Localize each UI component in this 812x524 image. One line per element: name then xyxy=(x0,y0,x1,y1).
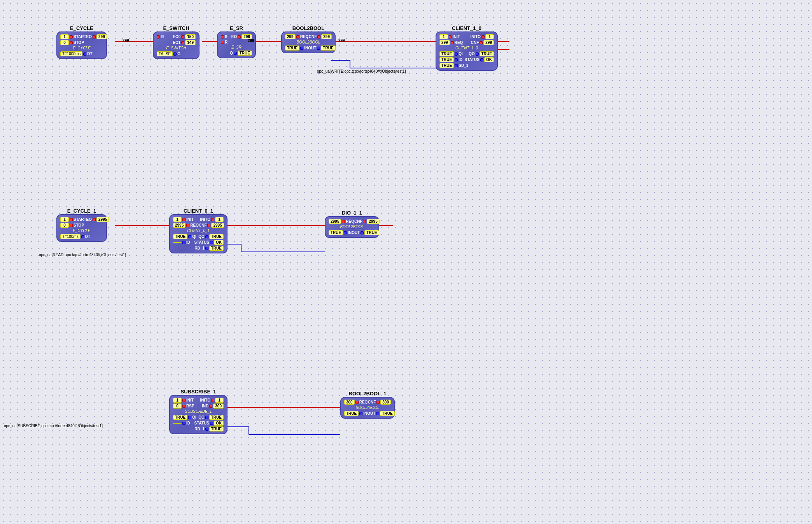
e-switch-body[interactable]: EI EO0 150 EO1 149 E_SWITCH FALSE G xyxy=(153,31,200,59)
e-cycle-1-eo-val: 2995 xyxy=(96,217,109,222)
dio-1-1-cnf-label: CNF xyxy=(354,219,362,224)
client-1-0-inito-label: INITO xyxy=(471,35,481,39)
client-1-0-status-port xyxy=(480,58,483,61)
client-1-0-sd1-val: TRUE xyxy=(439,63,454,68)
client-1-0-qo-port xyxy=(476,52,479,56)
dio-1-1-out-port xyxy=(360,231,364,234)
client-1-0-req-port xyxy=(451,41,454,44)
bool2bool-1-req-label: REQ xyxy=(359,400,368,404)
client-0-1-block: CLIENT_0_1 1 INIT INITO 1 2995 REQ CNF xyxy=(169,208,228,253)
client-1-0-body[interactable]: 1 INIT INITO 1 299 REQ CNF 299 CLIENT_1_ xyxy=(436,31,498,71)
bool2bool-instance: BOOL2BOOL xyxy=(296,40,320,44)
subscribe-1-init-label: INIT xyxy=(186,398,194,402)
bool2bool-1-cnf-val: 300 xyxy=(380,400,391,405)
client-0-1-req-label: REQ xyxy=(190,223,199,227)
client-1-0-instance: CLIENT_1_0 xyxy=(455,46,478,50)
subscribe-1-body[interactable]: 1 INIT INITO 1 0 RSP IND 300 SUBSCRIBE_1 xyxy=(169,395,228,434)
subscribe-1-status-port xyxy=(210,422,213,425)
client-1-0-id-label: ID xyxy=(458,58,462,62)
e-sr-r-port xyxy=(221,41,224,44)
client-0-1-cnf-val: 2995 xyxy=(211,223,224,228)
e-cycle-1-instance: E_CYCLE xyxy=(73,229,91,233)
e-cycle-stop-val: 0 xyxy=(60,40,69,45)
e-cycle-eo-port xyxy=(93,35,96,38)
e-cycle-dt-val: T#1000ms xyxy=(60,51,82,56)
client-0-1-cnf-port xyxy=(207,224,210,227)
dio-1-1-body[interactable]: 2995 REQ CNF 2995 BOOL2BOOL TRUE IN OUT … xyxy=(325,216,379,238)
subscribe-1-ind-port xyxy=(209,405,212,408)
client-0-1-inito-label: INITO xyxy=(200,217,210,222)
bool2bool-out-label: OUT xyxy=(308,46,316,50)
subscribe-1-qi-label: QI xyxy=(192,415,196,419)
subscribe-1-rd1-val: TRUE xyxy=(209,426,224,431)
subscribe-1-qo-label: QO xyxy=(198,415,205,419)
subscribe-1-qi-val: TRUE xyxy=(173,415,187,420)
e-cycle-dt-label: DT xyxy=(87,52,92,56)
client-0-1-rd1-val: TRUE xyxy=(209,246,224,251)
e-cycle-1-body[interactable]: 1 START EO 2995 0 STOP E_CYCLE T#100ms D… xyxy=(56,214,107,242)
subscribe-1-status-val: OK xyxy=(214,421,224,426)
subscribe-1-id-port xyxy=(182,422,186,425)
e-cycle-start-val: 1 xyxy=(60,34,69,39)
bool2bool-block: BOOL2BOOL 299 REQ CNF 299 BOOL2BOOL TRUE… xyxy=(281,25,336,53)
client-0-1-body[interactable]: 1 INIT INITO 1 2995 REQ CNF 2995 CLIENT_ xyxy=(169,214,228,253)
e-cycle-dt-port xyxy=(83,52,86,56)
e-sr-eo-label: EO xyxy=(231,35,237,39)
subscribe-1-qo-port xyxy=(205,416,208,419)
e-switch-g-val: FALSE xyxy=(157,51,173,56)
client-1-0-init-label: INIT xyxy=(453,35,460,39)
dio-1-1-cnf-val: 2995 xyxy=(367,219,379,224)
client-1-0-cnf-port xyxy=(480,41,483,44)
client-0-1-status-val: OK xyxy=(214,240,224,245)
bool2bool-1-block: BOOL2BOOL_1 300 REQ CNF 300 BOOL2BOOL TR… xyxy=(340,391,395,419)
subscribe-1-instance: SUBSCRIBE_1 xyxy=(185,409,212,414)
client-1-0-qi-val: TRUE xyxy=(439,51,454,56)
e-cycle-1-dt-val: T#100ms xyxy=(60,234,80,239)
dio-1-1-title: DIO_1_1 xyxy=(342,210,362,216)
bool2bool-1-out-val: TRUE xyxy=(380,411,394,416)
subscribe-1-qi-port xyxy=(188,416,191,419)
e-cycle-start-port xyxy=(70,35,73,38)
bool2bool-1-body[interactable]: 300 REQ CNF 300 BOOL2BOOL TRUE IN OUT TR… xyxy=(340,397,395,419)
client-1-0-init-val: 1 xyxy=(439,34,448,39)
dio-1-1-block: DIO_1_1 2995 REQ CNF 2995 BOOL2BOOL TRUE… xyxy=(325,210,379,238)
client-0-1-qi-port xyxy=(188,235,191,238)
client-1-0-qo-label: QO xyxy=(469,52,475,56)
subscribe-1-rsp-val: 0 xyxy=(173,403,182,409)
client-0-1-qo-val: TRUE xyxy=(209,234,224,239)
subscribe-1-ind-label: IND xyxy=(202,404,208,408)
e-cycle-1-start-val: 1 xyxy=(60,217,69,222)
dio-1-1-in-port xyxy=(344,231,347,234)
client-0-1-req-val: 2995 xyxy=(173,223,186,228)
client-0-1-rd1-port xyxy=(205,247,208,250)
dio-1-1-cnf-port xyxy=(363,220,366,223)
dio-1-1-req-port xyxy=(342,220,345,223)
bool2bool-cnf-port xyxy=(317,35,320,38)
client-0-1-status-port xyxy=(210,241,213,244)
opc-write-label: opc_ua[WRITE;opc.tcp://forte:4840#;/Obje… xyxy=(317,69,406,73)
client-0-1-inito-port xyxy=(211,218,214,221)
bool2bool-1-cnf-port xyxy=(376,401,380,404)
e-sr-body[interactable]: S EO 299 R E_SR Q TRUE xyxy=(217,31,256,58)
e-cycle-body[interactable]: 1 START EO 299 0 STOP E_CYCLE T#1000ms D… xyxy=(56,31,107,59)
e-sr-title: E_SR xyxy=(230,25,243,31)
client-0-1-qo-port xyxy=(205,235,208,238)
bool2bool-1-in-port xyxy=(359,412,362,415)
bool2bool-cnf-val: 299 xyxy=(321,34,332,39)
e-switch-ei-port xyxy=(157,35,160,38)
e-cycle-1-block: E_CYCLE_1 1 START EO 2995 0 STOP E_CYCLE xyxy=(56,208,107,242)
subscribe-1-status-label: STATUS xyxy=(194,421,209,425)
bool2bool-1-out-port xyxy=(376,412,379,415)
e-switch-eo1-label: EO1 xyxy=(173,40,180,45)
dio-1-1-out-val: TRUE xyxy=(364,230,379,235)
client-0-1-id-label: ID xyxy=(186,240,190,245)
bool2bool-cnf-label: CNF xyxy=(309,35,317,39)
bool2bool-in-val: TRUE xyxy=(285,45,299,51)
subscribe-1-block: SUBSCRIBE_1 1 INIT INITO 1 0 RSP IND xyxy=(169,389,228,434)
dio-1-1-out-label: OUT xyxy=(352,231,360,235)
e-cycle-stop-label: STOP xyxy=(74,40,84,45)
e-sr-q-label: Q xyxy=(230,51,233,55)
subscribe-1-id-label: ID xyxy=(186,421,190,425)
e-cycle-1-dt-port xyxy=(81,235,84,238)
bool2bool-body[interactable]: 299 REQ CNF 299 BOOL2BOOL TRUE IN OUT TR… xyxy=(281,31,336,53)
